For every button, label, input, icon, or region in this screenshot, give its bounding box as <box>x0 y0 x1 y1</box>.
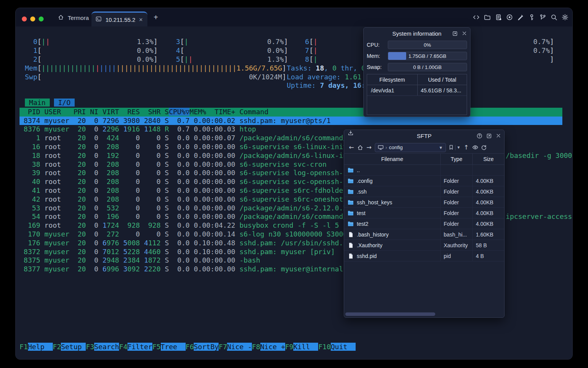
process-row[interactable]: 41 root 20 0 208 0 0 S 0.0 0.00:00.00 s6… <box>20 186 347 195</box>
open-in-window-icon[interactable] <box>452 31 458 36</box>
file-icon <box>348 253 354 259</box>
path-segment: config <box>389 145 403 150</box>
cpu-meter-4: 4[ 0.0%] <box>168 46 288 55</box>
home-icon[interactable] <box>357 145 363 151</box>
cpu-meter-5: 5[|| 1.3%] <box>168 55 288 64</box>
system-information-title: System information <box>392 30 441 37</box>
htop-view-tabs[interactable]: Main I/O <box>25 99 75 107</box>
sftp-title: SFTP <box>417 133 431 139</box>
path-separator: › <box>385 145 387 150</box>
cpu-meter-0: 0[|| 1.3%] <box>25 38 158 46</box>
parent-directory-icon[interactable]: ↑ <box>463 144 470 151</box>
size-col-header[interactable]: Size <box>472 154 504 164</box>
system-meter: Mem:1.75GB / 7.65GB <box>367 52 467 60</box>
file-table-header: Filename Type Size <box>344 153 504 165</box>
folder-icon <box>348 200 354 205</box>
process-row[interactable]: 38 root 20 0 208 0 0 S 0.0 0.00:00.00 s6… <box>20 160 327 169</box>
scrollbar-thumb[interactable] <box>345 312 435 316</box>
process-row[interactable]: 18 root 20 0 192 0 0 S 0.0 0.00:00.00 /p… <box>20 151 360 160</box>
path-input[interactable]: › config ▼ <box>375 143 446 152</box>
filesystem-col-header: Filesystem <box>367 74 417 85</box>
bookmark-dropdown-icon[interactable]: ▼ <box>457 145 461 150</box>
process-row[interactable]: 169 root 20 0 1724 928 928 S 0.0 0.00:04… <box>20 221 339 230</box>
file-row[interactable]: .bash_historybash_hi...1.60KB <box>344 229 504 240</box>
open-in-window-icon[interactable] <box>486 133 492 139</box>
system-meters: CPU:0%Mem:1.75GB / 7.65GBSwap:0 B / 1.00… <box>364 39 470 71</box>
type-col-header[interactable]: Type <box>440 154 472 164</box>
file-icon <box>348 243 354 248</box>
mem-meter: Mem[||||||||||||||||||||||||||||||||||||… <box>25 64 286 73</box>
app-window: Termora 10.211.55.2 ✕ + 0[|| 1.3%] 1[ <box>15 8 573 360</box>
file-row[interactable]: .XauthorityXauthority58 B <box>344 240 504 251</box>
download-icon[interactable] <box>348 130 354 136</box>
cpu-meter-1: 1[ 0.0%] <box>25 46 158 55</box>
system-meter: CPU:0% <box>367 41 467 49</box>
folder-icon <box>348 221 354 227</box>
process-row[interactable]: 8374 myuser 20 0 7296 3980 2840 S 0.7 0.… <box>20 117 562 125</box>
bookmark-icon[interactable] <box>448 145 454 150</box>
system-information-panel: System information CPU:0%Mem:1.75GB / 7.… <box>363 27 470 117</box>
folder-icon <box>348 178 354 184</box>
folder-icon <box>348 168 354 173</box>
file-icon <box>348 232 354 237</box>
close-icon[interactable] <box>496 133 501 138</box>
filesystem-table: Filesystem Used / Total /dev/vda145.61GB… <box>367 74 467 115</box>
file-row[interactable]: .sshFolder4.00KB <box>344 186 504 197</box>
help-icon[interactable] <box>477 133 482 139</box>
file-row[interactable]: test2Folder4.00KB <box>344 219 504 229</box>
filesystem-row[interactable]: /dev/vda145.61GB / 58.3... <box>367 85 467 96</box>
show-hidden-eye-icon[interactable] <box>472 144 479 151</box>
used-total-col-header: Used / Total <box>417 74 467 85</box>
back-icon[interactable]: ← <box>348 144 355 151</box>
horizontal-scrollbar[interactable] <box>345 312 503 316</box>
chevron-down-icon[interactable]: ▼ <box>439 145 443 150</box>
process-row[interactable]: 8376 myuser 20 0 2296 1916 1148 R 0.7 0.… <box>20 125 256 134</box>
computer-icon <box>378 145 384 150</box>
process-row[interactable]: 8372 myuser 20 0 7012 5228 4460 S 0.0 0.… <box>20 248 335 256</box>
process-row[interactable]: 40 root 20 0 208 0 0 S 0.0 0.00:00.00 s6… <box>20 177 360 186</box>
process-row[interactable]: 42 root 20 0 208 0 0 S 0.0 0.00:00.00 s6… <box>20 195 360 204</box>
cpu-meter-2: 2[ 0.0%] <box>25 55 158 64</box>
process-row[interactable]: 8377 myuser 20 0 6996 3092 2220 S 0.0 0.… <box>20 265 360 274</box>
function-key-bar[interactable]: F1Help F2Setup F3SearchF4FilterF5Tree F6… <box>20 343 356 352</box>
file-row[interactable]: ssh_host_keysFolder4.00KB <box>344 197 504 208</box>
process-row[interactable]: 176 myuser 20 0 6976 5008 4112 S 0.0 0.1… <box>20 239 356 248</box>
uptime-line: Uptime: 7 days, 16:28 <box>287 81 374 90</box>
file-row[interactable]: sshd.pidpid4 B <box>344 251 504 261</box>
process-row[interactable]: 8375 myuser 20 0 2948 2384 1872 S 0.0 0.… <box>20 256 260 265</box>
file-list: ...configFolder4.00KB.sshFolder4.00KBssh… <box>344 165 504 261</box>
process-row[interactable]: 53 root 20 0 532 0 0 S 0.0 0.00:00.00 /p… <box>20 204 360 213</box>
command-fragment: ipcserver-access <box>506 212 572 221</box>
close-icon[interactable] <box>462 31 467 36</box>
process-row[interactable]: 170 myuser 20 0 272 0 0 S 0.0 0.00:00.14… <box>20 230 360 239</box>
process-row[interactable]: 54 root 20 0 196 0 0 S 0.0 0.00:00.00 /p… <box>20 212 360 221</box>
sftp-nav-bar: ← → › config ▼ ▼ ↑ <box>344 141 504 153</box>
process-row[interactable]: 1 root 20 0 424 0 0 S 0.0 0.00:00.07 /pa… <box>20 134 360 143</box>
forward-icon[interactable]: → <box>366 144 372 151</box>
process-row[interactable]: 16 root 20 0 208 0 0 S 0.0 0.00:00.00 s6… <box>20 143 360 151</box>
file-row[interactable]: .configFolder4.00KB <box>344 176 504 186</box>
sftp-panel: SFTP ← → › config ▼ ▼ ↑ <box>344 130 505 318</box>
system-meter: Swap:0 B / 1.00GB <box>367 63 467 71</box>
folder-icon <box>348 189 354 194</box>
swp-meter: Swp[ 0K/1024M] <box>25 73 286 82</box>
file-row[interactable]: .. <box>344 165 504 176</box>
process-row[interactable]: 39 root 20 0 208 0 0 S 0.0 0.00:00.00 s6… <box>20 169 360 177</box>
file-row[interactable]: testFolder4.00KB <box>344 208 504 219</box>
folder-icon <box>348 210 354 216</box>
command-fragment: /basedir -g 3000 <box>506 151 572 160</box>
filename-col-header[interactable]: Filename <box>344 156 440 162</box>
cpu-meter-3: 3[| 0.7%] <box>168 38 288 46</box>
process-table-header[interactable]: PID USER PRI NI VIRT RES SHR SCPU%▽MEM% … <box>20 108 562 117</box>
refresh-icon[interactable] <box>481 145 487 151</box>
